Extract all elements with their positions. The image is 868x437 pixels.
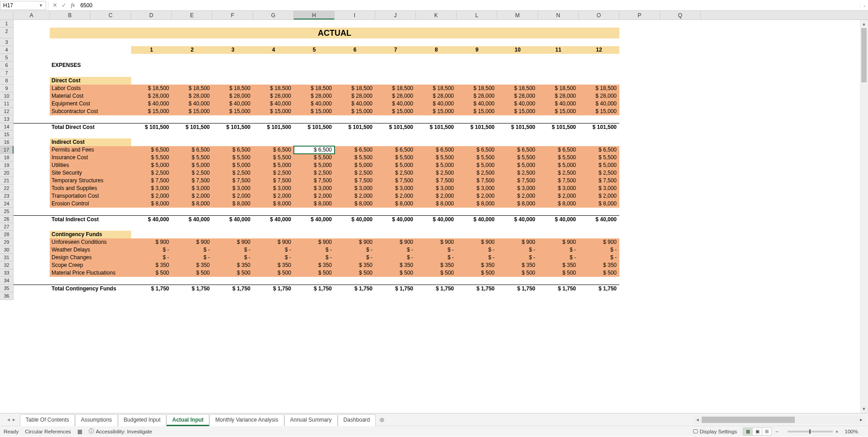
data-cell[interactable]: $ 40,000 [375, 100, 416, 108]
row-header-35[interactable]: 35 [0, 285, 14, 292]
row-header-18[interactable]: 18 [0, 154, 14, 162]
data-cell[interactable]: $ 5,500 [416, 154, 457, 162]
data-cell[interactable]: $ 8,000 [253, 200, 294, 208]
data-cell[interactable]: $ 40,000 [253, 100, 294, 108]
data-cell[interactable]: $ - [212, 254, 253, 261]
data-cell[interactable]: $ 28,000 [497, 92, 538, 100]
row-header-15[interactable]: 15 [0, 131, 14, 138]
empty-cell[interactable] [14, 131, 701, 138]
data-cell[interactable]: $ 500 [253, 269, 294, 277]
data-cell[interactable]: $ 15,000 [131, 108, 172, 115]
row-header-14[interactable]: 14 [0, 123, 14, 131]
data-cell[interactable]: $ 8,000 [335, 200, 375, 208]
data-cell[interactable]: $ 28,000 [172, 92, 212, 100]
data-cell[interactable]: $ 40,000 [335, 100, 375, 108]
data-cell[interactable]: $ 6,500 [497, 146, 538, 154]
data-cell[interactable]: $ 2,000 [579, 192, 619, 200]
data-cell[interactable]: $ 40,000 [457, 100, 497, 108]
data-cell[interactable]: $ 900 [497, 238, 538, 246]
row-header-10[interactable]: 10 [0, 92, 14, 100]
data-cell[interactable]: $ 5,000 [335, 162, 375, 169]
data-cell[interactable]: $ 2,500 [497, 169, 538, 177]
sheet-tab[interactable]: Dashboard [338, 414, 376, 426]
empty-cell[interactable] [14, 20, 701, 28]
row-header-32[interactable]: 32 [0, 261, 14, 269]
scroll-down-icon[interactable]: ▼ [860, 405, 868, 413]
data-cell[interactable]: $ 5,000 [457, 162, 497, 169]
data-cell[interactable]: $ 350 [294, 261, 335, 269]
data-cell[interactable]: $ 6,500 [294, 146, 335, 154]
data-cell[interactable]: $ 15,000 [538, 108, 579, 115]
row-header-11[interactable]: 11 [0, 100, 14, 108]
data-cell[interactable]: $ 2,500 [212, 169, 253, 177]
data-cell[interactable]: $ 2,000 [253, 192, 294, 200]
data-cell[interactable]: $ 5,000 [497, 162, 538, 169]
data-cell[interactable]: $ - [294, 246, 335, 254]
data-cell[interactable]: $ 15,000 [497, 108, 538, 115]
formula-input[interactable]: 6500 [78, 1, 860, 10]
data-cell[interactable]: $ 900 [131, 238, 172, 246]
data-cell[interactable]: $ 3,000 [497, 185, 538, 192]
data-cell[interactable]: $ 40,000 [212, 100, 253, 108]
data-cell[interactable]: $ - [131, 246, 172, 254]
col-header-A[interactable]: A [14, 11, 50, 19]
row-header-16[interactable]: 16 [0, 138, 14, 146]
data-cell[interactable]: $ 7,500 [131, 177, 172, 185]
tab-next-icon[interactable]: ► [12, 417, 16, 422]
data-cell[interactable]: $ - [497, 246, 538, 254]
data-cell[interactable]: $ 28,000 [538, 92, 579, 100]
data-cell[interactable]: $ 5,500 [172, 154, 212, 162]
col-header-N[interactable]: N [538, 11, 579, 19]
data-cell[interactable]: $ 18,500 [335, 85, 375, 92]
scroll-right-icon[interactable]: ► [857, 418, 865, 422]
data-cell[interactable]: $ - [457, 254, 497, 261]
data-cell[interactable]: $ 5,500 [212, 154, 253, 162]
data-cell[interactable]: $ 40,000 [497, 100, 538, 108]
data-cell[interactable]: $ 28,000 [457, 92, 497, 100]
page-layout-view-icon[interactable]: ▣ [752, 428, 762, 436]
empty-cell[interactable] [14, 292, 701, 300]
data-cell[interactable]: $ 7,500 [335, 177, 375, 185]
data-cell[interactable]: $ 500 [294, 269, 335, 277]
data-cell[interactable]: $ 6,500 [538, 146, 579, 154]
data-cell[interactable]: $ 900 [172, 238, 212, 246]
data-cell[interactable]: $ 6,500 [253, 146, 294, 154]
data-cell[interactable]: $ 3,000 [538, 185, 579, 192]
data-cell[interactable]: $ 3,000 [416, 185, 457, 192]
data-cell[interactable]: $ 8,000 [538, 200, 579, 208]
row-header-30[interactable]: 30 [0, 246, 14, 254]
data-cell[interactable]: $ 15,000 [212, 108, 253, 115]
data-cell[interactable]: $ 15,000 [579, 108, 619, 115]
empty-cell[interactable] [14, 69, 701, 77]
hscroll-track[interactable] [702, 417, 857, 423]
data-cell[interactable]: $ 900 [538, 238, 579, 246]
data-cell[interactable]: $ 28,000 [253, 92, 294, 100]
zoom-level[interactable]: 100% [845, 429, 858, 434]
row-header-21[interactable]: 21 [0, 177, 14, 185]
col-header-Q[interactable]: Q [660, 11, 701, 19]
row-header-24[interactable]: 24 [0, 200, 14, 208]
data-cell[interactable]: $ 18,500 [172, 85, 212, 92]
data-cell[interactable]: $ 7,500 [212, 177, 253, 185]
empty-cell[interactable] [14, 54, 701, 62]
data-cell[interactable]: $ 900 [212, 238, 253, 246]
row-header-19[interactable]: 19 [0, 162, 14, 169]
data-cell[interactable]: $ 2,500 [457, 169, 497, 177]
data-cell[interactable]: $ 3,000 [294, 185, 335, 192]
col-header-F[interactable]: F [212, 11, 253, 19]
data-cell[interactable]: $ 3,000 [335, 185, 375, 192]
data-cell[interactable]: $ - [538, 254, 579, 261]
vertical-scrollbar[interactable]: ▲ ▼ [860, 20, 868, 413]
data-cell[interactable]: $ - [538, 246, 579, 254]
empty-cell[interactable] [14, 223, 701, 231]
data-cell[interactable]: $ 5,500 [294, 154, 335, 162]
row-header-25[interactable]: 25 [0, 208, 14, 215]
data-cell[interactable]: $ - [416, 246, 457, 254]
row-header-36[interactable]: 36 [0, 292, 14, 300]
data-cell[interactable]: $ - [212, 246, 253, 254]
data-cell[interactable]: $ 7,500 [497, 177, 538, 185]
fx-icon[interactable]: fx [68, 2, 78, 9]
data-cell[interactable]: $ 3,000 [375, 185, 416, 192]
data-cell[interactable]: $ 8,000 [497, 200, 538, 208]
data-cell[interactable]: $ 500 [579, 269, 619, 277]
